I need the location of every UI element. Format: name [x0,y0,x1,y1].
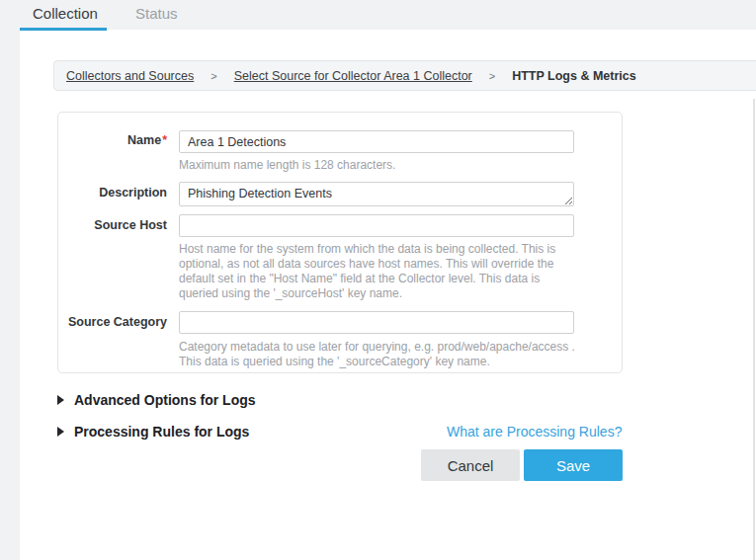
name-helper-text: Maximum name length is 128 characters. [179,158,395,173]
breadcrumb-current-page: HTTP Logs & Metrics [512,69,635,83]
breadcrumb: Collectors and Sources > Select Source f… [53,60,756,91]
source-category-helper-text: Category metadata to use later for query… [179,340,580,369]
expander-triangle-icon [57,427,64,437]
description-textarea[interactable]: Phishing Detection Events [179,182,574,206]
processing-rules-toggle[interactable]: Processing Rules for Logs [57,424,249,440]
active-tab-underline [20,28,107,31]
description-label: Description [58,186,167,200]
processing-rules-label: Processing Rules for Logs [74,424,249,440]
source-category-label: Source Category [58,315,167,329]
breadcrumb-link-select-source[interactable]: Select Source for Collector Area 1 Colle… [234,69,472,83]
source-host-label: Source Host [58,218,167,232]
tab-status[interactable]: Status [135,5,178,22]
expander-triangle-icon [57,395,64,405]
tab-collection[interactable]: Collection [33,5,98,22]
advanced-options-label: Advanced Options for Logs [74,392,256,408]
save-button[interactable]: Save [524,449,623,481]
source-category-input[interactable] [179,311,574,334]
breadcrumb-link-collectors-and-sources[interactable]: Collectors and Sources [66,69,194,83]
what-are-processing-rules-link[interactable]: What are Processing Rules? [447,424,622,440]
cancel-button[interactable]: Cancel [421,449,520,481]
name-label-text: Name [127,133,161,147]
required-asterisk: * [162,133,167,147]
name-label: Name* [58,133,167,147]
source-host-input[interactable] [179,214,574,237]
advanced-options-toggle[interactable]: Advanced Options for Logs [57,392,256,408]
source-config-form-card: Name* Maximum name length is 128 charact… [57,112,623,373]
name-input[interactable] [179,130,574,153]
chevron-separator-icon: > [210,70,216,82]
source-host-helper-text: Host name for the system from which the … [179,242,572,301]
scrollbar[interactable] [753,99,755,560]
chevron-separator-icon: > [489,70,495,82]
